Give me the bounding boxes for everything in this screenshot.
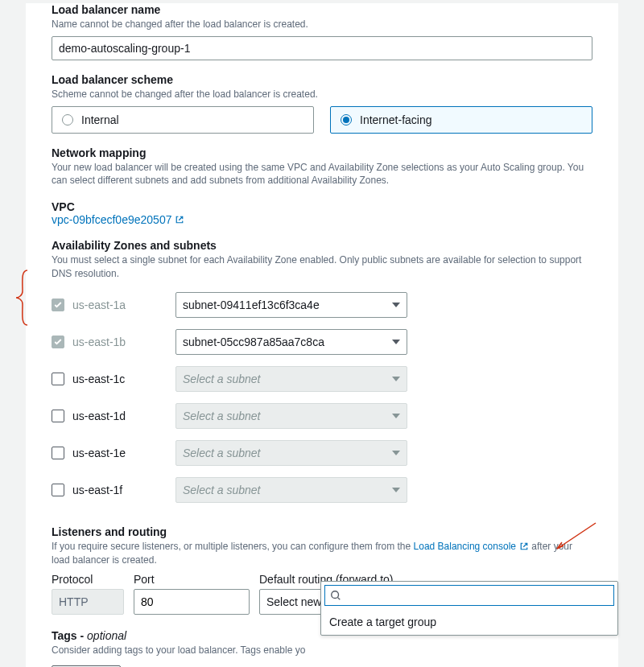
check-icon bbox=[53, 300, 63, 310]
network-mapping-hint: Your new load balancer will be created u… bbox=[52, 161, 592, 188]
subnet-select-us-east-1e: Select a subnet bbox=[175, 440, 407, 466]
protocol-label: Protocol bbox=[52, 573, 124, 586]
scheme-option-internet-label: Internet-facing bbox=[360, 113, 432, 126]
chevron-down-icon bbox=[392, 377, 400, 381]
scheme-hint: Scheme cannot be changed after the load … bbox=[52, 88, 592, 101]
az-label: us-east-1a bbox=[72, 299, 175, 311]
subnet-value: subnet-05cc987a85aa7c8ca bbox=[183, 336, 324, 348]
az-checkbox-us-east-1c[interactable] bbox=[52, 373, 64, 385]
subnet-select-us-east-1b[interactable]: subnet-05cc987a85aa7c8ca bbox=[175, 329, 407, 355]
chevron-down-icon bbox=[392, 451, 400, 455]
lb-name-label: Load balancer name bbox=[52, 3, 592, 16]
search-icon bbox=[330, 590, 341, 601]
port-label: Port bbox=[134, 573, 250, 586]
svg-point-0 bbox=[332, 591, 339, 599]
scheme-option-internet[interactable]: Internet-facing bbox=[330, 106, 592, 134]
scheme-option-internal[interactable]: Internal bbox=[52, 106, 314, 134]
port-input[interactable] bbox=[134, 589, 250, 615]
subnet-select-us-east-1c: Select a subnet bbox=[175, 366, 407, 392]
radio-icon bbox=[62, 114, 73, 126]
routing-dropdown-search[interactable] bbox=[324, 585, 614, 606]
az-checkbox-us-east-1a bbox=[52, 299, 64, 311]
chevron-down-icon bbox=[392, 488, 400, 492]
subnet-placeholder: Select a subnet bbox=[183, 410, 261, 422]
listeners-label: Listeners and routing bbox=[52, 525, 592, 538]
load-balancing-console-link[interactable]: Load Balancing console bbox=[414, 540, 529, 554]
chevron-down-icon bbox=[392, 303, 400, 307]
routing-dropdown: Create a target group bbox=[320, 581, 618, 636]
az-label: us-east-1f bbox=[72, 484, 175, 496]
lb-name-input[interactable] bbox=[52, 36, 592, 60]
vpc-label: VPC bbox=[52, 200, 592, 213]
chevron-down-icon bbox=[392, 414, 400, 418]
routing-search-input[interactable] bbox=[346, 590, 609, 602]
subnet-placeholder: Select a subnet bbox=[183, 447, 261, 459]
subnet-select-us-east-1f: Select a subnet bbox=[175, 477, 407, 503]
scheme-option-internal-label: Internal bbox=[81, 113, 119, 126]
az-checkbox-us-east-1d[interactable] bbox=[52, 410, 64, 422]
check-icon bbox=[53, 337, 63, 347]
subnet-select-us-east-1a[interactable]: subnet-09411ef13c6f3ca4e bbox=[175, 292, 407, 318]
az-label: us-east-1d bbox=[72, 410, 175, 422]
azs-hint: You must select a single subnet for each… bbox=[52, 253, 592, 281]
network-mapping-label: Network mapping bbox=[52, 146, 592, 159]
az-label: us-east-1c bbox=[72, 373, 175, 385]
lb-name-hint: Name cannot be changed after the load ba… bbox=[52, 18, 592, 31]
listeners-hint: If you require secure listeners, or mult… bbox=[52, 540, 592, 567]
scheme-label: Load balancer scheme bbox=[52, 73, 592, 86]
tags-hint: Consider adding tags to your load balanc… bbox=[52, 644, 592, 657]
az-checkbox-us-east-1f[interactable] bbox=[52, 484, 64, 496]
az-checkbox-us-east-1b bbox=[52, 336, 64, 348]
az-checkbox-us-east-1e[interactable] bbox=[52, 447, 64, 459]
routing-option-create-target-group[interactable]: Create a target group bbox=[321, 609, 617, 635]
external-link-icon bbox=[519, 541, 529, 551]
chevron-down-icon bbox=[392, 340, 400, 344]
az-label: us-east-1e bbox=[72, 447, 175, 459]
subnet-select-us-east-1d: Select a subnet bbox=[175, 403, 407, 429]
subnet-placeholder: Select a subnet bbox=[183, 373, 261, 385]
vpc-link-text: vpc-09bfcecf0e9e20507 bbox=[52, 213, 171, 226]
vpc-link[interactable]: vpc-09bfcecf0e9e20507 bbox=[52, 213, 184, 226]
protocol-value: HTTP bbox=[52, 589, 124, 615]
radio-icon bbox=[341, 114, 352, 126]
az-label: us-east-1b bbox=[72, 336, 175, 348]
azs-label: Availability Zones and subnets bbox=[52, 239, 592, 252]
subnet-value: subnet-09411ef13c6f3ca4e bbox=[183, 299, 320, 311]
external-link-icon bbox=[175, 215, 184, 224]
subnet-placeholder: Select a subnet bbox=[183, 484, 261, 496]
